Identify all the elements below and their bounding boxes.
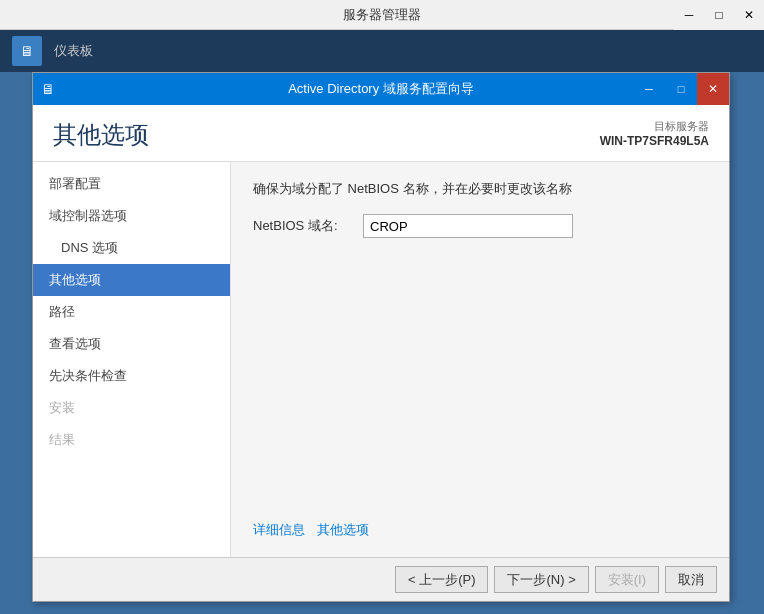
content-spacer: [253, 248, 707, 521]
netbios-label: NetBIOS 域名:: [253, 217, 363, 235]
dialog-title-icon: 🖥: [41, 81, 55, 97]
sidebar-item-prereq[interactable]: 先决条件检查: [33, 360, 230, 392]
outer-maximize-button[interactable]: □: [704, 0, 734, 30]
dialog-titlebar: 🖥 Active Directory 域服务配置向导 ─ □ ✕: [33, 73, 729, 105]
server-manager-toolbar: 🖥 仪表板: [0, 30, 764, 72]
sm-breadcrumb: 仪表板: [54, 42, 93, 60]
netbios-input[interactable]: [363, 214, 573, 238]
sm-logo: 🖥: [12, 36, 42, 66]
back-button[interactable]: < 上一步(P): [395, 566, 489, 593]
dialog-maximize-button[interactable]: □: [665, 73, 697, 105]
sidebar-item-dc-options[interactable]: 域控制器选项: [33, 200, 230, 232]
outer-titlebar: 服务器管理器 ─ □ ✕: [0, 0, 764, 30]
sidebar-item-results: 结果: [33, 424, 230, 456]
target-server-label: 目标服务器: [600, 119, 709, 134]
target-server-name: WIN-TP7SFR49L5A: [600, 134, 709, 148]
dialog-main: 部署配置 域控制器选项 DNS 选项 其他选项 路径 查看选项: [33, 162, 729, 557]
sidebar-item-review[interactable]: 查看选项: [33, 328, 230, 360]
outer-titlebar-buttons: ─ □ ✕: [674, 0, 764, 30]
dialog-title: Active Directory 域服务配置向导: [288, 80, 474, 98]
content-links: 详细信息 其他选项: [253, 521, 707, 539]
dialog-footer: < 上一步(P) 下一步(N) > 安装(I) 取消: [33, 557, 729, 601]
sidebar-item-paths[interactable]: 路径: [33, 296, 230, 328]
dialog-section-title: 其他选项: [53, 119, 149, 151]
dialog-minimize-button[interactable]: ─: [633, 73, 665, 105]
additional-link[interactable]: 其他选项: [317, 522, 369, 537]
sidebar: 部署配置 域控制器选项 DNS 选项 其他选项 路径 查看选项: [33, 162, 231, 557]
outer-close-button[interactable]: ✕: [734, 0, 764, 30]
outer-window-title: 服务器管理器: [343, 6, 421, 24]
content-description: 确保为域分配了 NetBIOS 名称，并在必要时更改该名称: [253, 180, 707, 198]
details-link[interactable]: 详细信息: [253, 522, 305, 537]
next-button[interactable]: 下一步(N) >: [494, 566, 588, 593]
dialog-titlebar-buttons: ─ □ ✕: [633, 73, 729, 105]
dialog-body: 其他选项 目标服务器 WIN-TP7SFR49L5A 部署配置 域控制器选项 D…: [33, 105, 729, 601]
sidebar-item-additional[interactable]: 其他选项: [33, 264, 230, 296]
dialog-header: 其他选项 目标服务器 WIN-TP7SFR49L5A: [33, 105, 729, 162]
sidebar-item-install: 安装: [33, 392, 230, 424]
outer-minimize-button[interactable]: ─: [674, 0, 704, 30]
dialog-close-button[interactable]: ✕: [697, 73, 729, 105]
target-server-info: 目标服务器 WIN-TP7SFR49L5A: [600, 119, 709, 148]
ad-wizard-dialog: 🖥 Active Directory 域服务配置向导 ─ □ ✕ 其他选项 目标…: [32, 72, 730, 602]
cancel-button[interactable]: 取消: [665, 566, 717, 593]
sidebar-item-dns-options[interactable]: DNS 选项: [33, 232, 230, 264]
install-button[interactable]: 安装(I): [595, 566, 659, 593]
netbios-form-row: NetBIOS 域名:: [253, 214, 707, 238]
sidebar-item-deployment[interactable]: 部署配置: [33, 168, 230, 200]
content-panel: 确保为域分配了 NetBIOS 名称，并在必要时更改该名称 NetBIOS 域名…: [231, 162, 729, 557]
